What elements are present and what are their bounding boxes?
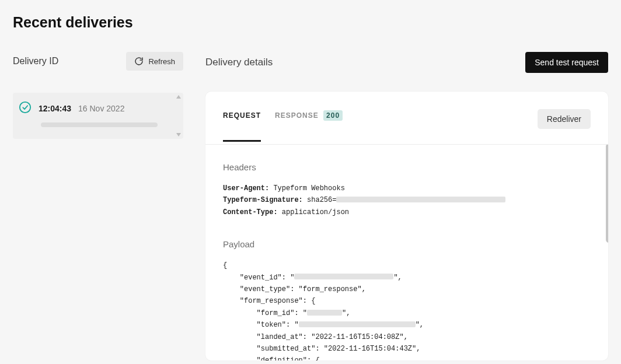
status-badge: 200 [323,110,343,121]
scrollbar-thumb[interactable] [606,145,608,243]
send-test-request-button[interactable]: Send test request [525,52,608,73]
form-id-redacted [307,310,342,316]
event-id-redacted [294,274,393,279]
delivery-details: Delivery details Send test request REQUE… [205,52,608,360]
signature-redacted [336,197,505,202]
refresh-button[interactable]: Refresh [126,52,183,71]
token-redacted [299,321,416,327]
scroll-down-icon[interactable] [176,133,181,136]
headers-heading: Headers [223,162,591,172]
tab-request[interactable]: REQUEST [223,111,261,142]
delivery-time: 12:04:43 [39,104,71,113]
delivery-details-heading: Delivery details [205,57,273,68]
headers-block: User-Agent: Typeform Webhooks Typeform-S… [223,183,591,218]
tab-response-label: RESPONSE [275,111,319,120]
payload-heading: Payload [223,239,591,249]
delivery-list-sidebar: Delivery ID Refresh [13,52,183,139]
delivery-id-redacted [41,123,158,127]
scroll-up-icon[interactable] [176,95,181,99]
payload-block: { "event_id": "", "event_type": "form_re… [223,260,591,360]
tab-response[interactable]: RESPONSE 200 [275,111,343,142]
delivery-id-heading: Delivery ID [13,56,58,66]
refresh-icon [134,57,144,66]
request-content: Headers User-Agent: Typeform Webhooks Ty… [205,145,608,360]
redeliver-button[interactable]: Redeliver [538,109,591,129]
delivery-date: 16 Nov 2022 [78,104,124,113]
details-panel: REQUEST RESPONSE 200 Redeliver Headers U… [205,92,608,360]
refresh-label: Refresh [148,57,175,66]
success-check-icon [19,101,32,116]
page-title: Recent deliveries [13,14,608,31]
svg-point-0 [20,102,30,113]
delivery-item[interactable]: 12:04:43 16 Nov 2022 [13,93,183,139]
